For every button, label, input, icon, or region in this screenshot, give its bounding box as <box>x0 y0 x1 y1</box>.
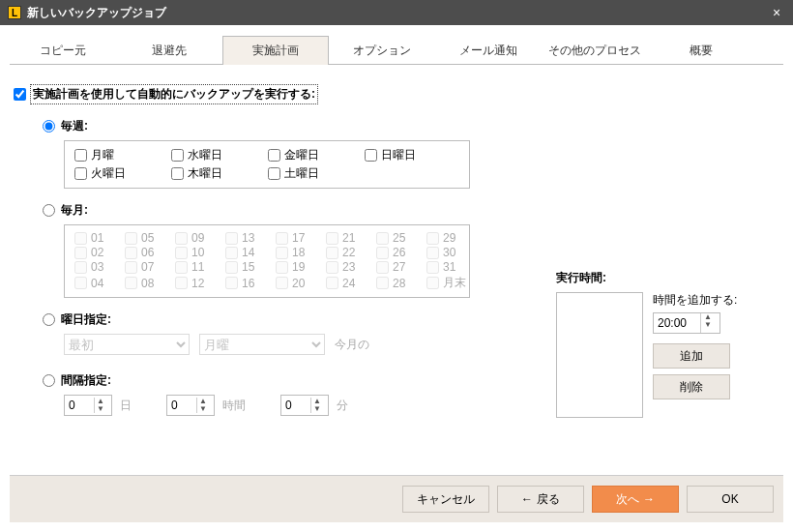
radio-weekly[interactable] <box>43 120 55 133</box>
interval-mins-stepper[interactable]: ▲▼ <box>280 395 329 416</box>
check-mon[interactable] <box>74 149 87 162</box>
footer: キャンセル 戻る 次へ OK <box>10 475 783 522</box>
enable-schedule-checkbox[interactable] <box>14 88 26 101</box>
check-day-29[interactable] <box>426 232 439 245</box>
check-day-18[interactable] <box>276 247 288 259</box>
check-day-10[interactable] <box>175 247 188 259</box>
label-day: 17 <box>292 231 305 245</box>
tab-mail[interactable]: メール通知 <box>435 36 542 65</box>
check-day-23[interactable] <box>326 261 338 274</box>
radio-weekday-spec[interactable] <box>43 313 55 326</box>
check-day-03[interactable] <box>74 261 87 274</box>
radio-monthly-label: 毎月: <box>61 202 88 219</box>
check-day-07[interactable] <box>125 261 137 274</box>
check-day-14[interactable] <box>225 247 238 259</box>
titlebar: L 新しいバックアップジョブ × <box>0 0 793 25</box>
radio-weekday-spec-label: 曜日指定: <box>61 311 111 328</box>
next-button[interactable]: 次へ <box>592 486 679 513</box>
check-day-21[interactable] <box>326 232 338 245</box>
check-day-06[interactable] <box>125 247 137 259</box>
label-day: 07 <box>141 260 154 274</box>
check-day-13[interactable] <box>225 232 238 245</box>
check-day-end[interactable] <box>426 277 439 289</box>
label-day: 28 <box>393 277 405 290</box>
chevron-down-icon[interactable]: ▼ <box>95 405 106 413</box>
label-day: 02 <box>91 246 103 259</box>
interval-days-stepper[interactable]: ▲▼ <box>64 395 112 416</box>
time-stepper[interactable]: ▲▼ <box>653 312 720 334</box>
interval-days-label: 日 <box>120 398 132 414</box>
check-thu[interactable] <box>171 167 184 180</box>
check-day-02[interactable] <box>74 247 87 259</box>
tab-summary[interactable]: 概要 <box>648 36 754 65</box>
runtime-header: 実行時間: <box>556 270 745 286</box>
label-day: 10 <box>191 246 204 259</box>
tab-other[interactable]: その他のプロセス <box>542 36 648 65</box>
check-day-30[interactable] <box>426 247 439 259</box>
tab-destination[interactable]: 退避先 <box>116 36 222 65</box>
tab-source[interactable]: コピー元 <box>10 36 116 65</box>
window-title: 新しいバックアップジョブ <box>27 5 768 21</box>
check-day-16[interactable] <box>225 277 238 289</box>
radio-monthly[interactable] <box>43 204 55 217</box>
check-day-09[interactable] <box>175 232 188 245</box>
label-day: 21 <box>342 231 355 245</box>
check-day-28[interactable] <box>376 277 389 289</box>
check-day-31[interactable] <box>426 261 439 274</box>
radio-weekly-label: 毎週: <box>61 118 88 134</box>
app-logo-icon: L <box>8 6 21 19</box>
check-sun[interactable] <box>365 149 377 162</box>
check-day-17[interactable] <box>276 232 288 245</box>
label-day: 23 <box>342 260 355 274</box>
label-wed: 水曜日 <box>188 147 222 163</box>
check-day-05[interactable] <box>125 232 137 245</box>
check-day-11[interactable] <box>175 261 188 274</box>
ok-button[interactable]: OK <box>687 486 774 513</box>
check-day-12[interactable] <box>175 277 188 289</box>
label-day: 25 <box>393 231 405 245</box>
add-time-button[interactable]: 追加 <box>653 343 730 369</box>
check-day-24[interactable] <box>326 277 338 289</box>
radio-interval[interactable] <box>43 374 55 387</box>
cancel-button[interactable]: キャンセル <box>402 486 489 513</box>
check-day-27[interactable] <box>376 261 389 274</box>
check-day-15[interactable] <box>225 261 238 274</box>
tab-schedule[interactable]: 実施計画 <box>222 36 329 65</box>
back-button[interactable]: 戻る <box>497 486 584 513</box>
label-day: 05 <box>141 231 154 245</box>
check-day-22[interactable] <box>326 247 338 259</box>
close-icon[interactable]: × <box>768 5 785 20</box>
check-day-26[interactable] <box>376 247 389 259</box>
check-wed[interactable] <box>171 149 184 162</box>
label-day: 26 <box>393 246 405 259</box>
tab-options[interactable]: オプション <box>329 36 435 65</box>
check-sat[interactable] <box>268 167 280 180</box>
delete-time-button[interactable]: 削除 <box>653 374 730 399</box>
interval-hours-label: 時間 <box>222 398 246 414</box>
check-day-04[interactable] <box>74 277 87 289</box>
check-day-08[interactable] <box>125 277 137 289</box>
chevron-down-icon[interactable]: ▼ <box>311 405 323 413</box>
label-day: 03 <box>91 260 103 274</box>
label-fri: 金曜日 <box>284 147 319 163</box>
label-sat: 土曜日 <box>284 165 319 182</box>
check-tue[interactable] <box>74 167 87 180</box>
select-weekday[interactable]: 月曜 <box>199 334 325 355</box>
select-ordinal[interactable]: 最初 <box>64 334 190 355</box>
add-time-label: 時間を追加する: <box>653 292 745 309</box>
label-day: 22 <box>342 246 355 259</box>
interval-hours-stepper[interactable]: ▲▼ <box>166 395 215 416</box>
label-day: 27 <box>393 260 405 274</box>
runtime-list[interactable] <box>556 292 643 418</box>
label-day: 18 <box>292 246 305 259</box>
check-fri[interactable] <box>268 149 280 162</box>
chevron-down-icon[interactable]: ▼ <box>197 405 209 413</box>
check-day-01[interactable] <box>74 232 87 245</box>
chevron-down-icon[interactable]: ▼ <box>701 321 715 329</box>
check-day-25[interactable] <box>376 232 389 245</box>
check-day-19[interactable] <box>276 261 288 274</box>
arrow-left-icon <box>521 492 533 506</box>
time-input[interactable] <box>654 313 700 333</box>
check-day-20[interactable] <box>276 277 288 289</box>
label-day: 29 <box>443 231 455 245</box>
